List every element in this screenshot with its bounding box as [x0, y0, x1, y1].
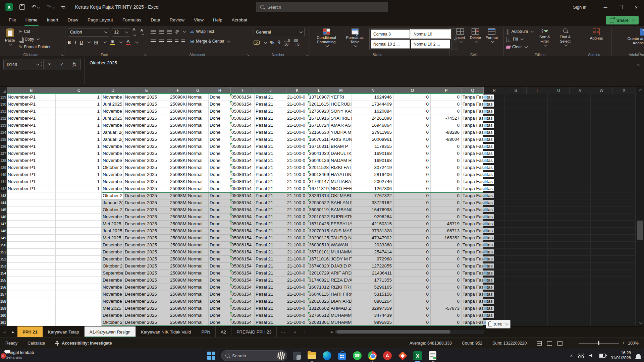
- cell-N149[interactable]: 47347902: [352, 235, 394, 242]
- cell-G135[interactable]: Normal: [187, 136, 209, 143]
- cell-B155[interactable]: [7, 277, 56, 284]
- sheet-options-icon[interactable]: ⋮: [300, 326, 310, 338]
- cell-G160[interactable]: Normal: [187, 312, 209, 319]
- cell-J131[interactable]: Pasal 21: [255, 108, 286, 115]
- cell-S140[interactable]: [505, 171, 526, 178]
- column-header-S[interactable]: S: [505, 87, 527, 94]
- cell-K142[interactable]: 21-100-0: [286, 185, 308, 192]
- cell-L132[interactable]: 16710916: [308, 115, 330, 122]
- cell-E140[interactable]: November 2025: [124, 171, 169, 178]
- cell-W154[interactable]: [591, 270, 612, 277]
- cell-V133[interactable]: [569, 122, 591, 129]
- cell-N160[interactable]: 3474439: [352, 312, 394, 319]
- cell-style-chip[interactable]: Comma 8: [371, 29, 410, 39]
- cell-S151[interactable]: [505, 249, 526, 256]
- cell-S144[interactable]: [505, 199, 526, 206]
- cell-O143[interactable]: 0: [394, 192, 431, 199]
- cell-P139[interactable]: 0: [431, 164, 462, 171]
- cell-L151[interactable]: 36710101: [308, 249, 330, 256]
- cell-F135[interactable]: 25098KKF: [169, 136, 187, 143]
- cell-E156[interactable]: Desember 2025: [124, 284, 169, 291]
- cell-Q159[interactable]: Tanpa Fasilitas: [462, 305, 483, 312]
- cell-F140[interactable]: 25098KKT: [169, 171, 187, 178]
- cell-X159[interactable]: [612, 305, 636, 312]
- cell-Q154[interactable]: Tanpa Fasilitas: [462, 270, 483, 277]
- cell-O159[interactable]: 0: [394, 305, 431, 312]
- insert-cells-button[interactable]: Insert: [454, 28, 467, 43]
- ribbon-tab-data[interactable]: Data: [146, 14, 165, 26]
- column-header-O[interactable]: O: [394, 87, 431, 94]
- cell-W156[interactable]: [591, 284, 612, 291]
- cell-G151[interactable]: Normal: [187, 249, 209, 256]
- cell-V157[interactable]: [569, 291, 591, 298]
- cell-T156[interactable]: [526, 284, 548, 291]
- cell-J149[interactable]: Pasal 21: [255, 235, 286, 242]
- cell-O138[interactable]: 0: [394, 157, 431, 164]
- cell-C136[interactable]: 1: [56, 143, 102, 150]
- cell-Q148[interactable]: Tanpa Fasilitas: [462, 228, 483, 235]
- horizontal-scrollbar-thumb[interactable]: [336, 330, 450, 334]
- cell-G158[interactable]: Normal: [187, 298, 209, 305]
- column-header-C[interactable]: C: [56, 87, 102, 94]
- cell-C139[interactable]: 1: [56, 164, 102, 171]
- cell-B153[interactable]: [7, 263, 56, 270]
- cell-N153[interactable]: 12722855: [352, 263, 394, 270]
- cell-M155[interactable]: REZA EVA: [330, 277, 352, 284]
- cell-J134[interactable]: Pasal 21: [255, 129, 286, 136]
- cell-B144[interactable]: [7, 199, 56, 206]
- cell-M140[interactable]: HAYATUN: [330, 171, 352, 178]
- column-header-I[interactable]: I: [231, 87, 255, 94]
- ribbon-tab-formulas[interactable]: Formulas: [118, 14, 146, 26]
- cell-H145[interactable]: Done: [209, 206, 230, 214]
- cell-P145[interactable]: 0: [431, 206, 462, 214]
- cell-Q143[interactable]: Tanpa Fasilitas: [462, 192, 483, 199]
- cell-T130[interactable]: [526, 101, 548, 108]
- cell-U141[interactable]: [548, 178, 569, 185]
- cell-G129[interactable]: Normal: [187, 94, 209, 101]
- cell-H155[interactable]: Done: [209, 277, 230, 284]
- column-header-R[interactable]: R: [484, 87, 505, 94]
- cell-L161[interactable]: 32081301: [308, 319, 330, 326]
- file-explorer-icon[interactable]: [307, 350, 317, 361]
- cell-L152[interactable]: 16711016: [308, 256, 330, 263]
- cell-S139[interactable]: [505, 164, 526, 171]
- cell-N140[interactable]: 2819406: [352, 171, 394, 178]
- cell-L142[interactable]: 16711319: [308, 185, 330, 192]
- cell-M144[interactable]: SAHLAN N: [330, 199, 352, 206]
- cell-N142[interactable]: 1267806: [352, 185, 394, 192]
- cell-O147[interactable]: 0: [394, 221, 431, 228]
- column-header-G[interactable]: G: [187, 87, 209, 94]
- cell-W143[interactable]: [591, 192, 612, 199]
- cell-J156[interactable]: Pasal 21: [255, 284, 286, 291]
- row-header-144[interactable]: 144: [0, 199, 7, 206]
- cell-Q137[interactable]: Tanpa Fasilitas: [462, 150, 483, 157]
- cell-W149[interactable]: [591, 235, 612, 242]
- cell-S156[interactable]: [505, 284, 526, 291]
- cell-P142[interactable]: 0: [431, 185, 462, 192]
- cell-U144[interactable]: [548, 199, 569, 206]
- cell-S137[interactable]: [505, 150, 526, 157]
- cell-C146[interactable]: [56, 214, 102, 221]
- cell-B142[interactable]: November-P1: [7, 185, 56, 192]
- cell-G150[interactable]: Normal: [187, 242, 209, 249]
- cell-O129[interactable]: 0: [394, 94, 431, 101]
- cell-T135[interactable]: [526, 136, 548, 143]
- cell-H139[interactable]: Done: [209, 164, 230, 171]
- cell-K131[interactable]: 21-100-0: [286, 108, 308, 115]
- cell-E154[interactable]: Desember 2025: [124, 270, 169, 277]
- cell-O135[interactable]: 0: [394, 136, 431, 143]
- cell-U137[interactable]: [548, 150, 569, 157]
- cell-J145[interactable]: Pasal 21: [255, 206, 286, 214]
- row-header-152[interactable]: 152: [0, 256, 7, 263]
- cell-O157[interactable]: 0: [394, 291, 431, 298]
- cell-Q157[interactable]: Tanpa Fasilitas: [462, 291, 483, 298]
- cell-K129[interactable]: 21-100-0: [286, 94, 308, 101]
- cell-N144[interactable]: 33729162: [352, 199, 394, 206]
- column-header-F[interactable]: F: [169, 87, 187, 94]
- cell-K147[interactable]: 21-100-0: [286, 221, 308, 228]
- cell-J155[interactable]: Pasal 21: [255, 277, 286, 284]
- cell-X129[interactable]: [612, 94, 636, 101]
- cell-Q150[interactable]: Tanpa Fasilitas: [462, 242, 483, 249]
- sheet-tab-a2[interactable]: A2: [216, 326, 231, 338]
- cell-style-chip[interactable]: Normal 10: [411, 29, 450, 39]
